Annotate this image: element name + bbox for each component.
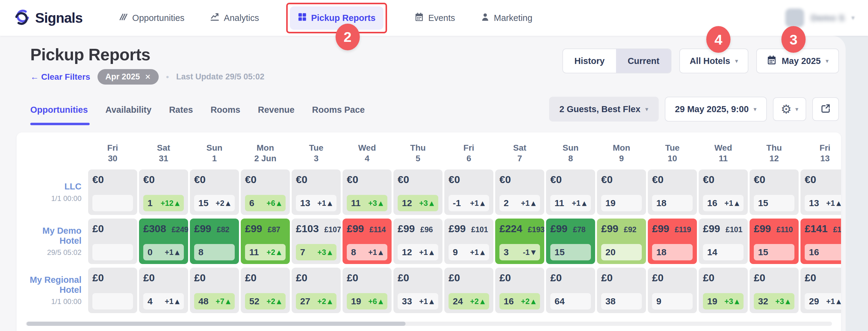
annotation-box-pickup-reports: Pickup Reports 2 [286,3,387,33]
user-menu[interactable]: Demo S ▾ [785,8,855,27]
pickup-cell[interactable]: €015 [750,170,799,215]
month-picker[interactable]: May 2025 ▾ [756,49,839,73]
pickup-cell[interactable]: £038 [597,268,646,313]
tab-availability[interactable]: Availability [105,105,151,116]
pickup-cell[interactable]: €011+3▲ [343,170,392,215]
pickup-cell[interactable]: £019+3▲ [699,268,748,313]
pickup-cell[interactable]: £027+2▲ [292,268,341,313]
pickup-cell[interactable]: €015+2▲ [190,170,239,215]
cell-price: £0 [754,272,765,284]
cell-price: £99 [448,223,466,235]
cell-price: €0 [550,174,562,185]
hotel-name-link[interactable]: My Regional Hotel [23,275,82,295]
pickup-cell[interactable]: €019 [597,170,646,215]
cell-comparison-price: £166 [833,225,841,234]
pickup-cell[interactable]: £99£11918 [648,218,697,264]
column-header-fri-13: Fri13 [801,140,841,166]
tab-revenue[interactable]: Revenue [258,105,294,116]
settings-button[interactable]: ⚙ ▾ [773,97,806,121]
pickup-cell[interactable]: €011+1▲ [546,170,595,215]
nav-item-opportunities[interactable]: Opportunities [118,12,185,24]
hotel-name-link[interactable]: My Demo Hotel [23,226,82,246]
pickup-cell[interactable]: £99£10114 [699,218,748,264]
pickup-cell[interactable]: £019+6▲ [343,268,392,313]
guests-filter-dropdown[interactable]: 2 Guests, Best Flex ▾ [549,97,659,122]
tab-rooms[interactable]: Rooms [211,105,240,116]
tab-rates[interactable]: Rates [169,105,193,116]
cell-change-indicator: +7▲ [216,297,230,306]
close-icon[interactable]: ✕ [145,73,151,81]
export-button[interactable] [812,97,839,121]
column-header-fri-30: Fri30 [88,140,137,166]
pickup-cell[interactable]: £029+1▲ [801,268,841,313]
cell-price: £0 [194,272,206,284]
pickup-cell[interactable]: €018 [648,170,697,215]
pickup-cell[interactable]: €02+1▲ [495,170,544,215]
app-logo[interactable]: Signals [13,8,83,27]
cell-pickup-count: 16 [504,296,514,306]
pickup-cell[interactable]: £99£828 [190,218,239,264]
cell-comparison-price: £92 [624,225,637,234]
cell-pickup-count: 48 [198,296,208,306]
hotel-row-label[interactable]: My Regional Hotel1/1 00:00 [23,268,86,313]
history-toggle-option[interactable]: History [563,49,616,73]
tab-rooms-pace[interactable]: Rooms Pace [312,105,365,116]
pickup-cell[interactable]: £308£2490+1▲ [139,218,188,264]
pickup-cell[interactable]: £224£1933-1▼ [495,218,544,264]
filter-chip-apr-2025[interactable]: Apr 2025 ✕ [97,69,159,85]
pickup-cell[interactable]: £99£1019+1▲ [444,218,493,264]
pickup-cell[interactable]: £04+1▲ [139,268,188,313]
pickup-cell[interactable]: £052+2▲ [241,268,290,313]
pickup-cell[interactable]: €016+1▲ [699,170,748,215]
cell-change-indicator: +1▲ [826,199,841,208]
cell-pickup-count: 6 [249,198,254,208]
pickup-cell[interactable]: €01+12▲ [139,170,188,215]
nav-item-pickup-reports[interactable]: Pickup Reports [290,6,383,30]
cell-price: £0 [703,272,714,284]
cell-change-indicator: +1▲ [826,297,841,306]
pickup-cell[interactable]: £016+2▲ [495,268,544,313]
horizontal-scrollbar [26,322,832,326]
pickup-cell[interactable]: £0 [88,218,137,264]
pickup-cell[interactable]: £0 [88,268,137,313]
pickup-cell[interactable]: £141£16616 [801,218,841,264]
all-hotels-dropdown[interactable]: All Hotels ▾ [679,49,748,73]
pickup-cell[interactable]: £103£1077+3▲ [292,218,341,264]
cell-pickup-count: 7 [300,247,305,257]
pickup-cell[interactable]: £048+7▲ [190,268,239,313]
pickup-cell[interactable]: €0-1+1▲ [444,170,493,215]
cell-pickup-sub: 18 [652,244,693,260]
pickup-cell[interactable]: £064 [546,268,595,313]
cell-pickup-sub: 16 [805,244,841,260]
pickup-cell[interactable]: €012+3▲ [394,170,442,215]
pickup-cell[interactable]: £99£1148+1▲ [343,218,392,264]
pickup-cell[interactable]: €013+1▲ [292,170,341,215]
pickup-cell[interactable]: £99£8711+2▲ [241,218,290,264]
pickup-cell[interactable]: £032+3▲ [750,268,799,313]
pickup-cell[interactable]: £99£9612+1▲ [394,218,442,264]
pickup-cell[interactable]: £99£11015 [750,218,799,264]
hotel-name-link[interactable]: LLC [64,182,82,191]
pickup-cell[interactable]: €013+1▲ [801,170,841,215]
cell-pickup-sub: 3-1▼ [499,244,540,260]
hotel-row-label[interactable]: My Demo Hotel29/5 05:02 [23,218,86,264]
clear-filters-link[interactable]: ←Clear Filters [30,72,90,82]
pickup-cell[interactable]: £033+1▲ [394,268,442,313]
scrollbar-thumb[interactable] [27,322,406,326]
pickup-cell[interactable]: £99£9220 [597,218,646,264]
pickup-cell[interactable]: £99£7815 [546,218,595,264]
pickup-cell[interactable]: £09 [648,268,697,313]
nav-item-analytics[interactable]: Analytics [210,12,259,24]
tab-opportunities[interactable]: Opportunities [30,105,88,116]
hotel-row-label[interactable]: LLC1/1 00:00 [23,170,86,215]
current-toggle-option[interactable]: Current [616,49,671,73]
triangle-up-icon: ▲ [277,200,281,207]
nav-item-events[interactable]: Events [414,12,455,24]
cell-pickup-count: 27 [300,296,310,306]
pickup-cell[interactable]: €0 [88,170,137,215]
datetime-dropdown[interactable]: 29 May 2025, 9:00 ▾ [665,97,767,122]
pickup-cell[interactable]: €06+6▲ [241,170,290,215]
pickup-cell[interactable]: £024+2▲ [444,268,493,313]
nav-item-marketing[interactable]: Marketing [480,12,532,24]
cell-price: €0 [754,174,765,185]
